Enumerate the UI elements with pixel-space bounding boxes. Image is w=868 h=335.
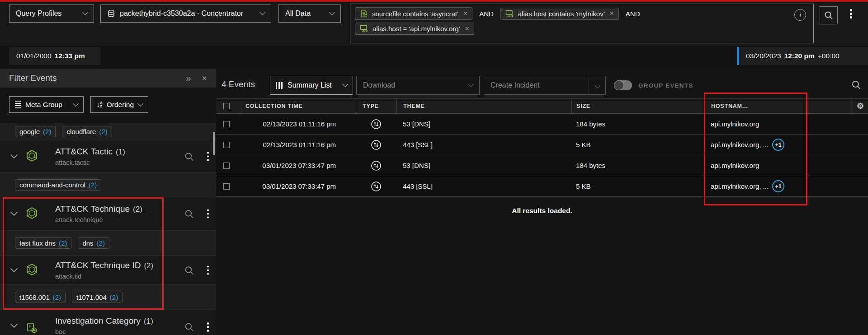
chevron-down-icon[interactable] — [10, 322, 18, 330]
network-event-icon — [371, 181, 382, 192]
cell-hostname: api.mylnikov.org — [711, 162, 759, 169]
timeline-cursor-bar — [737, 47, 739, 65]
end-timezone: +00:00 — [818, 52, 840, 60]
column-header-theme[interactable]: THEME — [396, 99, 571, 113]
create-incident-button[interactable]: Create Incident — [484, 76, 589, 95]
column-header-type[interactable]: TYPE — [356, 99, 396, 113]
hostname-more-badge[interactable]: +1 — [772, 180, 784, 192]
cell-hostname: api.mylnikov.org, ... — [711, 182, 769, 190]
column-header-size[interactable]: SIZE — [571, 99, 704, 113]
row-checkbox[interactable] — [223, 121, 230, 127]
view-selector-button[interactable]: Summary List — [270, 76, 353, 95]
query-menu-kebab-icon[interactable] — [850, 9, 852, 19]
end-time: 12:20 pm — [784, 52, 815, 60]
meta-value-chip[interactable]: dns (2) — [78, 237, 109, 249]
table-row[interactable]: 03/01/2023 07:33:47 pm 443 [SSL] 5 KB ap… — [216, 176, 868, 197]
row-checkbox[interactable] — [223, 163, 230, 169]
chevron-down-icon — [82, 9, 88, 15]
search-meta-icon[interactable] — [184, 209, 194, 219]
table-row[interactable]: 02/13/2023 01:11:16 pm 53 [DNS] 184 byte… — [216, 114, 868, 135]
column-settings-gear-icon[interactable]: ⚙ — [853, 99, 868, 113]
meta-value-chip[interactable]: t1071.004 (2) — [72, 292, 123, 303]
chevron-down-icon[interactable] — [10, 210, 18, 218]
query-pill-alias-host-contains[interactable]: alias.host contains 'mylnikov' × — [500, 8, 619, 20]
collapse-panel-icon[interactable]: » — [186, 74, 191, 83]
time-range-start[interactable]: 01/01/2000 12:33 pm — [9, 47, 100, 65]
query-pill-text: sourcefile contains 'asyncrat' — [372, 10, 458, 18]
meta-key-count: (1) — [116, 148, 125, 156]
remove-pill-icon[interactable]: × — [465, 25, 469, 33]
table-row[interactable]: 03/01/2023 07:33:47 pm 53 [DNS] 184 byte… — [216, 155, 868, 176]
meta-key-section-attack-technique[interactable]: ATT&CK Technique(2) attack.technique — [0, 197, 216, 230]
chevron-down-icon[interactable] — [10, 266, 18, 275]
meta-value-chip[interactable]: t1568.001 (2) — [15, 292, 66, 303]
column-header-collection-time[interactable]: COLLECTION TIME — [239, 99, 356, 113]
row-checkbox[interactable] — [223, 142, 230, 148]
query-row-2: alias.host = 'api.mylnikov.org' × — [355, 23, 809, 35]
cell-collection-time: 03/01/2023 07:33:47 pm — [239, 155, 356, 176]
query-pill-alias-host-equals[interactable]: alias.host = 'api.mylnikov.org' × — [355, 23, 474, 35]
start-time: 12:33 pm — [55, 52, 85, 60]
search-meta-icon[interactable] — [184, 322, 194, 332]
sourcefile-icon — [360, 9, 368, 18]
column-header-hostname[interactable]: HOSTNAM... — [704, 99, 853, 113]
cell-size: 5 KB — [571, 135, 704, 155]
chip-label: cloudflare — [66, 128, 96, 135]
download-dropdown[interactable]: Download — [356, 76, 480, 95]
meta-value-chip[interactable]: google (2) — [15, 126, 56, 137]
search-meta-icon[interactable] — [184, 265, 194, 275]
meta-key-section-investigation-category[interactable]: Investigation Category(1) boc — [0, 310, 216, 335]
query-pill-sourcefile[interactable]: sourcefile contains 'asyncrat' × — [355, 7, 472, 20]
meta-key-kebab-icon[interactable] — [207, 152, 209, 161]
group-events-toggle[interactable] — [614, 80, 632, 90]
alias-host-icon — [360, 25, 368, 33]
query-builder-bar[interactable]: sourcefile contains 'asyncrat' × AND ali… — [350, 4, 814, 43]
meta-key-kebab-icon[interactable] — [207, 209, 209, 219]
query-profiles-dropdown[interactable]: Query Profiles — [9, 5, 94, 23]
cell-theme: 443 [SSL] — [396, 135, 571, 155]
select-all-checkbox[interactable] — [223, 103, 230, 109]
remove-pill-icon[interactable]: × — [463, 10, 467, 17]
chip-label: google — [19, 128, 40, 135]
meta-value-chip[interactable]: command-and-control (2) — [15, 179, 101, 191]
meta-key-kebab-icon[interactable] — [207, 265, 209, 275]
row-checkbox[interactable] — [223, 183, 230, 190]
events-search-icon[interactable] — [851, 79, 862, 92]
network-event-icon — [371, 119, 382, 130]
meta-key-count: (1) — [144, 317, 153, 326]
events-main-area: 4 Events Summary List Download Create In… — [216, 69, 868, 335]
chevron-down-icon — [342, 81, 348, 87]
create-incident-menu-button[interactable] — [589, 76, 606, 95]
panel-scrollbar-thumb[interactable] — [213, 132, 215, 155]
search-icon — [824, 10, 834, 20]
meta-group-button[interactable]: Meta Group — [9, 96, 84, 113]
meta-value-chip[interactable]: cloudflare (2) — [62, 126, 112, 137]
query-info-icon[interactable]: i — [794, 9, 806, 21]
meta-group-label: Meta Group — [25, 101, 62, 109]
time-range-dropdown[interactable]: All Data — [278, 5, 341, 23]
meta-group-icon — [15, 101, 21, 109]
hostname-more-badge[interactable]: +1 — [772, 139, 784, 151]
meta-key-section-attack-tid[interactable]: ATT&CK Technique ID(2) attack.tid — [0, 256, 216, 284]
execute-query-button[interactable] — [820, 6, 838, 24]
ordering-button[interactable]: ↓ AZ Ordering — [90, 96, 148, 113]
service-label: packethybrid-c3530a2a - Concentrator — [120, 9, 243, 18]
search-meta-icon[interactable] — [184, 151, 194, 162]
create-incident-label: Create Incident — [491, 81, 540, 89]
meta-key-kebab-icon[interactable] — [207, 322, 209, 332]
remove-pill-icon[interactable]: × — [610, 10, 614, 17]
chip-label: fast flux dns — [19, 239, 56, 247]
chevron-down-icon — [594, 83, 600, 88]
meta-key-title: ATT&CK Tactic — [55, 147, 113, 156]
meta-key-section-attack-tactic[interactable]: ATT&CK Tactic(1) attack.tactic — [0, 140, 216, 172]
chip-label: command-and-control — [19, 181, 85, 189]
meta-value-chip[interactable]: fast flux dns (2) — [15, 237, 71, 249]
close-panel-icon[interactable]: × — [202, 74, 207, 83]
cell-theme: 53 [DNS] — [396, 114, 571, 134]
alias-host-icon — [505, 10, 514, 18]
filter-panel-title: Filter Events — [9, 73, 57, 83]
table-row[interactable]: 02/13/2023 01:11:16 pm 443 [SSL] 5 KB ap… — [216, 135, 868, 155]
time-range-end[interactable]: 03/20/2023 12:20 pm +00:00 — [737, 47, 868, 65]
chevron-down-icon[interactable] — [10, 153, 18, 161]
service-selector-dropdown[interactable]: packethybrid-c3530a2a - Concentrator — [100, 5, 271, 23]
